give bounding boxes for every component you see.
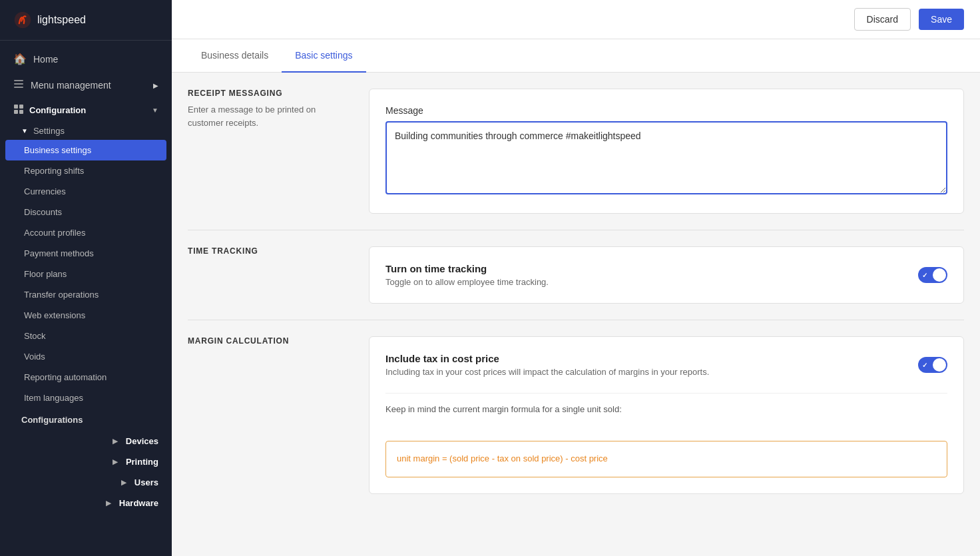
tab-business-details[interactable]: Business details (188, 39, 282, 73)
sidebar-item-label: Payment methods (24, 248, 94, 258)
sidebar-item-voids[interactable]: Voids (0, 346, 172, 367)
sidebar-item-reporting-automation[interactable]: Reporting automation (0, 367, 172, 388)
sidebar-item-label: Web extensions (24, 310, 85, 320)
settings-label: Settings (33, 126, 65, 136)
config-icon (13, 104, 24, 117)
chevron-right-icon: ▶ (113, 458, 118, 465)
margin-toggle-row: Include tax in cost price Including tax … (385, 353, 947, 377)
sidebar-item-label: Voids (24, 352, 45, 362)
menu-icon (13, 79, 24, 92)
sidebar: lightspeed 🏠 Home Menu management ▶ Conf… (0, 0, 172, 556)
toggle-thumb (933, 268, 946, 282)
margin-toggle-desc: Including tax in your cost prices will i… (385, 367, 709, 377)
sidebar-item-stock[interactable]: Stock (0, 326, 172, 346)
save-button[interactable]: Save (919, 9, 964, 30)
margin-calculation-card: Include tax in cost price Including tax … (369, 336, 964, 494)
time-tracking-section: TIME TRACKING Turn on time tracking Togg… (188, 246, 964, 304)
margin-calculation-section: MARGIN CALCULATION Include tax in cost p… (188, 336, 964, 494)
sidebar-nav: 🏠 Home Menu management ▶ Configuration ▼… (0, 41, 172, 556)
logo[interactable]: lightspeed (0, 0, 172, 41)
sidebar-item-devices[interactable]: ▶ Devices (0, 431, 172, 451)
sidebar-item-configurations[interactable]: Configurations (0, 408, 172, 431)
sidebar-item-label: Home (33, 54, 58, 65)
logo-text: lightspeed (37, 14, 86, 26)
section-label-col: RECEIPT MESSAGING Enter a message to be … (188, 89, 348, 129)
margin-top: Include tax in cost price Including tax … (369, 337, 963, 430)
home-icon: 🏠 (13, 53, 27, 65)
sidebar-item-account-profiles[interactable]: Account profiles (0, 222, 172, 243)
content-sections: RECEIPT MESSAGING Enter a message to be … (172, 73, 980, 510)
content-area: RECEIPT MESSAGING Enter a message to be … (172, 73, 980, 556)
receipt-messaging-card: Message Building communities through com… (369, 89, 964, 214)
sidebar-item-business-settings[interactable]: Business settings (5, 140, 166, 160)
tab-basic-settings[interactable]: Basic settings (282, 39, 366, 73)
arrow-down-icon: ▼ (21, 127, 28, 135)
margin-toggle[interactable]: ✓ (918, 357, 947, 373)
chevron-right-icon: ▶ (121, 479, 126, 486)
margin-title: MARGIN CALCULATION (188, 336, 348, 346)
sidebar-item-item-languages[interactable]: Item languages (0, 388, 172, 408)
time-tracking-title: TIME TRACKING (188, 246, 348, 256)
sidebar-item-users[interactable]: ▶ Users (0, 472, 172, 493)
svg-rect-6 (14, 110, 18, 114)
time-tracking-info: Turn on time tracking Toggle on to allow… (385, 263, 549, 287)
sidebar-item-label: Discounts (24, 207, 62, 217)
configurations-label: Configurations (21, 415, 83, 425)
sidebar-item-label: Hardware (119, 498, 158, 508)
discard-button[interactable]: Discard (854, 8, 911, 31)
sidebar-item-label: Floor plans (24, 269, 67, 279)
sidebar-item-home[interactable]: 🏠 Home (0, 46, 172, 72)
margin-toggle-info: Include tax in cost price Including tax … (385, 353, 709, 377)
svg-rect-2 (14, 83, 23, 85)
margin-toggle-title: Include tax in cost price (385, 353, 709, 364)
sidebar-item-menu-management[interactable]: Menu management ▶ (0, 72, 172, 99)
topbar: Discard Save (172, 0, 980, 39)
sidebar-item-discounts[interactable]: Discounts (0, 202, 172, 222)
svg-rect-1 (14, 80, 23, 81)
formula-text: unit margin = (sold price - tax on sold … (397, 452, 936, 466)
section-label-col: MARGIN CALCULATION (188, 336, 348, 351)
chevron-right-icon: ▶ (153, 82, 158, 89)
sidebar-item-label: Menu management (31, 80, 111, 91)
message-textarea[interactable]: Building communities through commerce #m… (385, 121, 947, 194)
sidebar-item-currencies[interactable]: Currencies (0, 181, 172, 202)
time-tracking-toggle-desc: Toggle on to allow employee time trackin… (385, 277, 549, 287)
message-field-label: Message (385, 105, 947, 116)
chevron-right-icon: ▶ (113, 437, 118, 445)
time-tracking-toggle[interactable]: ✓ (918, 267, 947, 283)
sidebar-item-label: Reporting automation (24, 372, 107, 382)
divider-1 (188, 230, 964, 230)
sidebar-item-label: Users (134, 477, 158, 487)
sidebar-item-payment-methods[interactable]: Payment methods (0, 243, 172, 264)
main-content: Discard Save Business details Basic sett… (172, 0, 980, 556)
sidebar-item-label: Printing (126, 457, 158, 467)
divider-2 (188, 320, 964, 320)
margin-keep-text: Keep in mind the current margin formula … (385, 404, 947, 414)
sidebar-item-printing[interactable]: ▶ Printing (0, 451, 172, 472)
check-icon: ✓ (922, 272, 927, 279)
sidebar-item-label: Business settings (24, 145, 91, 155)
chevron-down-icon: ▼ (152, 107, 158, 114)
sidebar-item-web-extensions[interactable]: Web extensions (0, 305, 172, 326)
formula-box: unit margin = (sold price - tax on sold … (385, 441, 947, 477)
time-tracking-toggle-title: Turn on time tracking (385, 263, 549, 274)
receipt-messaging-section: RECEIPT MESSAGING Enter a message to be … (188, 89, 964, 214)
svg-rect-3 (14, 87, 23, 88)
toggle-track: ✓ (918, 357, 947, 373)
sidebar-item-configuration[interactable]: Configuration ▼ (0, 99, 172, 122)
time-tracking-toggle-row: Turn on time tracking Toggle on to allow… (385, 263, 947, 287)
sidebar-item-reporting-shifts[interactable]: Reporting shifts (0, 160, 172, 181)
chevron-right-icon: ▶ (106, 499, 111, 507)
svg-rect-4 (14, 105, 18, 109)
sidebar-item-label: Transfer operations (24, 290, 99, 300)
sidebar-item-transfer-operations[interactable]: Transfer operations (0, 284, 172, 305)
time-tracking-card: Turn on time tracking Toggle on to allow… (369, 246, 964, 304)
tabs-bar: Business details Basic settings (172, 39, 980, 73)
check-icon: ✓ (922, 362, 927, 369)
sidebar-item-floor-plans[interactable]: Floor plans (0, 264, 172, 284)
formula-section: Keep in mind the current margin formula … (385, 393, 947, 414)
sidebar-item-label: Currencies (24, 186, 66, 196)
sidebar-item-hardware[interactable]: ▶ Hardware (0, 493, 172, 513)
sidebar-item-settings[interactable]: ▼ Settings (0, 122, 172, 140)
svg-rect-5 (19, 105, 23, 109)
